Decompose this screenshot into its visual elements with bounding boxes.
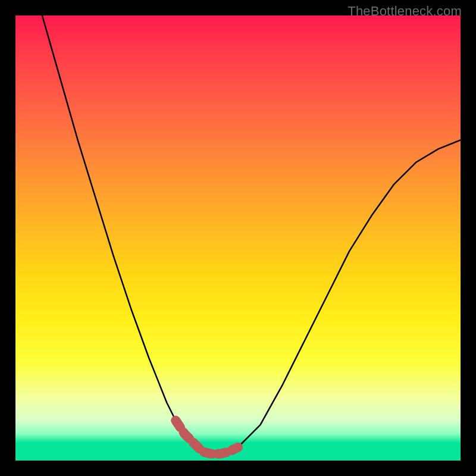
curve-path xyxy=(42,15,461,454)
optimal-range-marker xyxy=(176,421,238,454)
bottleneck-curve xyxy=(15,15,461,461)
watermark-text: TheBottleneck.com xyxy=(347,4,462,19)
chart-frame: TheBottleneck.com xyxy=(0,0,476,476)
chart-plot-area xyxy=(15,15,461,461)
